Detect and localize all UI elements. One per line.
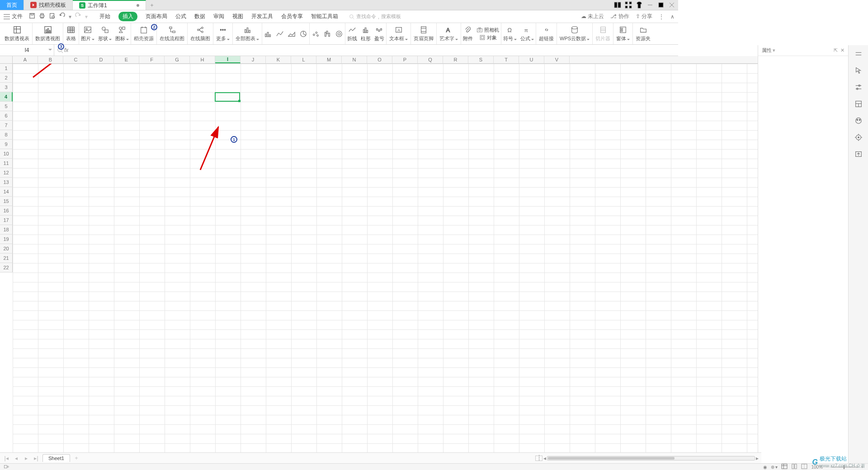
col-header-M[interactable]: M bbox=[316, 56, 342, 63]
col-header-I[interactable]: I bbox=[215, 56, 241, 63]
undo-icon[interactable] bbox=[59, 13, 65, 20]
resource-folder-button[interactable]: 资源夹 bbox=[633, 23, 653, 44]
redo-icon[interactable] bbox=[75, 13, 81, 20]
col-header-P[interactable]: P bbox=[392, 56, 418, 63]
menu-start[interactable]: 开始 bbox=[99, 13, 110, 20]
col-header-J[interactable]: J bbox=[241, 56, 266, 63]
all-charts-button[interactable]: 全部图表 bbox=[233, 23, 262, 44]
pivot-table-button[interactable]: 数据透视表 bbox=[2, 23, 33, 44]
layout-icon[interactable] bbox=[614, 1, 621, 9]
chart-type-2[interactable] bbox=[274, 23, 286, 44]
col-header-G[interactable]: G bbox=[165, 56, 190, 63]
row-header-3[interactable]: 3 bbox=[0, 83, 13, 92]
attachment-button[interactable]: 附件 bbox=[461, 23, 475, 44]
picture-button[interactable]: 图片 bbox=[79, 23, 96, 44]
chart-type-6[interactable] bbox=[321, 23, 333, 44]
more-menu-icon[interactable]: ⋮ bbox=[659, 14, 664, 20]
col-header-A[interactable]: A bbox=[13, 56, 38, 63]
cell-grid[interactable] bbox=[13, 64, 678, 367]
row-header-9[interactable]: 9 bbox=[0, 140, 13, 149]
ribbon-collapse-icon[interactable]: ∧ bbox=[670, 14, 675, 20]
header-footer-button[interactable]: 页眉页脚 bbox=[411, 23, 437, 44]
menu-view[interactable]: 视图 bbox=[232, 13, 243, 20]
online-mindmap-button[interactable]: 在线脑图 bbox=[188, 23, 213, 44]
command-search[interactable]: 查找命令, 搜索模板 bbox=[349, 13, 401, 20]
chart-type-7[interactable] bbox=[333, 23, 345, 44]
menu-formula[interactable]: 公式 bbox=[175, 13, 186, 20]
undo-dropdown-icon[interactable]: ▾ bbox=[69, 14, 71, 20]
row-header-5[interactable]: 5 bbox=[0, 102, 13, 111]
row-header-17[interactable]: 17 bbox=[0, 216, 13, 225]
maximize-icon[interactable] bbox=[657, 1, 665, 9]
row-header-22[interactable]: 22 bbox=[0, 263, 13, 273]
forms-button[interactable]: 窗体 bbox=[613, 23, 633, 44]
menu-insert[interactable]: 插入 bbox=[118, 12, 137, 21]
equation-button[interactable]: π公式 bbox=[519, 23, 536, 44]
col-header-T[interactable]: T bbox=[494, 56, 519, 63]
col-header-B[interactable]: B bbox=[38, 56, 63, 63]
shapes-button[interactable]: 形状 bbox=[96, 23, 113, 44]
row-header-16[interactable]: 16 bbox=[0, 206, 13, 216]
col-header-N[interactable]: N bbox=[342, 56, 367, 63]
redo-dropdown-icon[interactable]: ▾ bbox=[85, 14, 88, 20]
more-button[interactable]: 更多 bbox=[213, 23, 233, 44]
menu-pagelayout[interactable]: 页面布局 bbox=[146, 13, 167, 20]
row-header-8[interactable]: 8 bbox=[0, 130, 13, 140]
tab-templates[interactable]: 找稻壳模板 bbox=[24, 0, 73, 10]
row-header-4[interactable]: 4 bbox=[0, 92, 13, 102]
share-button[interactable]: ⇪ 分享 bbox=[636, 13, 652, 20]
close-icon[interactable] bbox=[668, 1, 675, 9]
col-header-Q[interactable]: Q bbox=[418, 56, 443, 63]
col-header-R[interactable]: R bbox=[443, 56, 468, 63]
col-header-O[interactable]: O bbox=[367, 56, 392, 63]
menu-smarttools[interactable]: 智能工具箱 bbox=[311, 13, 338, 20]
row-header-11[interactable]: 11 bbox=[0, 159, 13, 168]
row-header-10[interactable]: 10 bbox=[0, 149, 13, 159]
col-header-H[interactable]: H bbox=[190, 56, 215, 63]
print-icon[interactable] bbox=[39, 13, 45, 20]
tab-home[interactable]: 首页 bbox=[0, 0, 24, 10]
docer-resources-button[interactable]: 2 稻壳资源 bbox=[131, 23, 157, 44]
tab-workbook[interactable]: S 工作簿1 bbox=[73, 0, 146, 10]
textbox-button[interactable]: A文本框 bbox=[387, 23, 411, 44]
row-header-19[interactable]: 19 bbox=[0, 235, 13, 244]
col-header-K[interactable]: K bbox=[266, 56, 291, 63]
row-header-1[interactable]: 1 bbox=[0, 64, 13, 73]
formula-input[interactable] bbox=[71, 45, 678, 56]
skin-icon[interactable] bbox=[636, 1, 643, 9]
row-header-15[interactable]: 15 bbox=[0, 197, 13, 206]
row-header-20[interactable]: 20 bbox=[0, 244, 13, 254]
menu-devtools[interactable]: 开发工具 bbox=[251, 13, 273, 20]
menu-review[interactable]: 审阅 bbox=[213, 13, 224, 20]
col-header-U[interactable]: U bbox=[519, 56, 544, 63]
new-tab-button[interactable]: ＋ bbox=[146, 0, 158, 10]
fx-label[interactable]: 3 fx bbox=[54, 47, 71, 53]
row-header-7[interactable]: 7 bbox=[0, 121, 13, 130]
chart-type-5[interactable] bbox=[310, 23, 321, 44]
save-icon[interactable] bbox=[29, 13, 35, 20]
cloud-status[interactable]: ☁ 未上云 bbox=[581, 13, 604, 20]
row-header-14[interactable]: 14 bbox=[0, 187, 13, 197]
col-header-C[interactable]: C bbox=[63, 56, 89, 63]
sparkline-col-button[interactable]: 柱形 bbox=[359, 23, 373, 44]
menu-vip[interactable]: 会员专享 bbox=[281, 13, 303, 20]
col-header-E[interactable]: E bbox=[114, 56, 139, 63]
online-flow-button[interactable]: 在线流程图 bbox=[157, 23, 188, 44]
pivot-chart-button[interactable]: 数据透视图 bbox=[33, 23, 63, 44]
wps-cloud-data-button[interactable]: WPS云数据 bbox=[557, 23, 593, 44]
col-header-D[interactable]: D bbox=[89, 56, 114, 63]
sparkline-line-button[interactable]: 折线 bbox=[345, 23, 359, 44]
row-header-6[interactable]: 6 bbox=[0, 111, 13, 121]
icons-button[interactable]: 图标 bbox=[113, 23, 131, 44]
chart-type-1[interactable] bbox=[262, 23, 274, 44]
chevron-down-icon[interactable] bbox=[48, 49, 52, 51]
table-button[interactable]: 表格 bbox=[63, 23, 79, 44]
object-button[interactable]: 对象 bbox=[479, 34, 497, 41]
menu-data[interactable]: 数据 bbox=[194, 13, 205, 20]
chart-type-3[interactable] bbox=[286, 23, 297, 44]
sparkline-wl-button[interactable]: 盈亏 bbox=[373, 23, 386, 44]
col-header-L[interactable]: L bbox=[291, 56, 316, 63]
minimize-icon[interactable] bbox=[646, 1, 654, 9]
coop-button[interactable]: ⎇ 协作 bbox=[610, 13, 629, 20]
chart-type-4[interactable] bbox=[297, 23, 309, 44]
